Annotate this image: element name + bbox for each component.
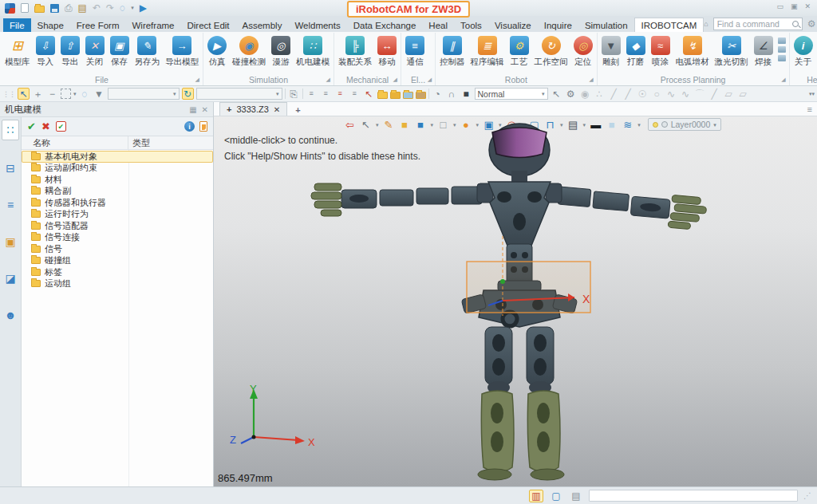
tab-visualize[interactable]: Visualize <box>488 18 538 32</box>
settings-gear-icon[interactable]: ⚙ <box>807 18 816 30</box>
window-layout-icon[interactable]: ▤ <box>569 490 583 502</box>
tab-file[interactable]: File <box>3 18 31 32</box>
weld-button[interactable]: 焊接 <box>752 35 776 69</box>
tree-item-sensors-actuators[interactable]: 传感器和执行器 <box>22 197 213 209</box>
marquee-select-icon[interactable] <box>61 89 71 99</box>
history-manager-icon[interactable]: ≡ <box>2 196 19 214</box>
selection-combo[interactable]: ▾ <box>196 88 282 100</box>
mechanical-dialog-launcher[interactable]: ◢ <box>393 77 397 83</box>
tree-item-signal-connections[interactable]: 信号连接 <box>22 232 213 244</box>
extra-tool-icon[interactable] <box>778 46 786 53</box>
export-model-button[interactable]: 导出模型 <box>163 35 201 69</box>
tab-list-icon[interactable]: ≡ <box>807 104 812 114</box>
extra-tool-icon[interactable] <box>778 37 786 44</box>
save-as-button[interactable]: 另存为 <box>132 35 163 69</box>
robot-dialog-launcher[interactable]: ◢ <box>589 77 593 83</box>
extra-tool-icon[interactable] <box>778 55 786 61</box>
model-library-button[interactable]: 模型库 <box>2 35 33 69</box>
document-tab[interactable]: + 3333.Z3 ✕ <box>219 102 287 116</box>
arc-additive-button[interactable]: 电弧增材 <box>673 35 712 69</box>
select-cursor-icon[interactable]: ↖ <box>551 88 562 100</box>
tab-data-exchange[interactable]: Data Exchange <box>347 18 423 32</box>
filter-icon[interactable]: ▼ <box>93 88 105 100</box>
tree-item-couplers[interactable]: 耦合副 <box>22 186 213 198</box>
communication-button[interactable]: 通信 <box>403 35 427 69</box>
export-button[interactable]: 导出 <box>58 35 82 69</box>
save-file-icon[interactable] <box>50 4 59 13</box>
window-close-button[interactable]: ✕ <box>804 2 811 10</box>
spray-button[interactable]: 喷涂 <box>649 35 673 69</box>
engrave-button[interactable]: 雕刻 <box>599 35 623 69</box>
tab-weldments[interactable]: Weldments <box>288 18 346 32</box>
history-clock-icon[interactable]: ◔ <box>432 88 444 100</box>
tree-item-tags[interactable]: 标签 <box>22 266 213 278</box>
display-monitor-icon[interactable]: ▢ <box>549 490 563 502</box>
collapse-ribbon-icon[interactable]: ⌂ <box>704 20 708 28</box>
remove-selection-icon[interactable]: − <box>46 88 58 100</box>
toolbar-drag-handle[interactable]: ⋮⋮ <box>2 90 15 98</box>
tree-item-motion-groups[interactable]: 运动组 <box>22 278 213 290</box>
view-manager-icon[interactable]: ▣ <box>2 233 19 250</box>
column-type[interactable]: 类型 <box>128 137 213 149</box>
tab-shape[interactable]: Shape <box>31 18 70 32</box>
regen-icon[interactable]: ↻ <box>182 88 194 100</box>
new-file-icon[interactable] <box>21 3 29 13</box>
mechatronics-tab-icon[interactable]: ∷ <box>2 120 19 140</box>
open-recent-icon[interactable] <box>390 92 401 99</box>
process-planning-dialog-launcher[interactable]: ◢ <box>781 77 785 83</box>
command-search-input[interactable]: Find a command <box>713 18 803 30</box>
close-file-button[interactable]: 关闭 <box>83 35 107 69</box>
undo-icon[interactable]: ↶ <box>93 3 101 13</box>
open-file-icon[interactable] <box>34 6 45 13</box>
print-preview-icon[interactable]: ▤ <box>78 3 87 13</box>
tree-item-signals[interactable]: 信号 <box>22 243 213 255</box>
grind-button[interactable]: 打磨 <box>624 35 648 69</box>
tree-item-collision-groups[interactable]: 碰撞组 <box>22 255 213 267</box>
tab-direct-edit[interactable]: Direct Edit <box>181 18 236 32</box>
clipboard-icon[interactable]: ⎘ <box>288 88 300 100</box>
material-swatch-icon[interactable]: ■ <box>460 88 472 100</box>
tab-tools[interactable]: Tools <box>454 18 488 32</box>
tab-inquire[interactable]: Inquire <box>538 18 578 32</box>
panel-dock-icon[interactable]: ▦ <box>189 105 196 114</box>
tree-item-joints-constraints[interactable]: 运动副和约束 <box>22 163 213 175</box>
filter-combo[interactable]: ▾ <box>108 88 180 100</box>
list-tool-3-icon[interactable]: ≡ <box>334 88 346 100</box>
tab-simulation[interactable]: Simulation <box>578 18 634 32</box>
selection-filter-icon[interactable]: ◌ <box>120 3 125 13</box>
apply-check-icon[interactable]: ✔ <box>27 120 36 132</box>
laser-cut-button[interactable]: 激光切割 <box>712 35 751 69</box>
program-edit-button[interactable]: 程序编辑 <box>468 35 507 69</box>
style-combo[interactable]: Normal▾ <box>475 88 548 100</box>
save-button[interactable]: 保存 <box>108 35 132 69</box>
pick-cursor-icon[interactable]: ↖ <box>18 88 30 100</box>
tree-item-runtime-behavior[interactable]: 运行时行为 <box>22 209 213 221</box>
new-document-tab-button[interactable]: + <box>291 105 304 116</box>
process-planning-extra-tools[interactable] <box>776 35 787 64</box>
workspace-button[interactable]: 工作空间 <box>532 35 570 69</box>
notes-folder-icon[interactable] <box>377 92 388 99</box>
collision-detect-button[interactable]: 碰撞检测 <box>230 35 268 69</box>
import-button[interactable]: 导入 <box>34 35 57 69</box>
walkthrough-button[interactable]: 漫游 <box>269 35 293 69</box>
simulate-button[interactable]: 仿真 <box>205 35 229 69</box>
toolbar-overflow-chevron[interactable]: ▾▾ <box>809 91 815 97</box>
tab-irobotcam[interactable]: IROBOTCAM <box>634 18 705 32</box>
tab-wireframe[interactable]: Wireframe <box>125 18 180 32</box>
list-tool-1-icon[interactable]: ≡ <box>306 88 318 100</box>
visual-manager-icon[interactable]: ◪ <box>2 270 19 287</box>
about-button[interactable]: 关于 <box>791 35 815 69</box>
move-button[interactable]: 移动 <box>375 35 399 69</box>
process-button[interactable]: 工艺 <box>507 35 531 69</box>
report-doc-icon[interactable] <box>199 121 207 132</box>
loop-icon[interactable]: ∩ <box>446 88 458 100</box>
add-selection-icon[interactable]: ＋ <box>32 88 44 100</box>
image-folder-icon[interactable] <box>403 92 413 99</box>
tree-item-basic-objects[interactable]: 基本机电对象 <box>22 151 213 163</box>
window-minimize-button[interactable]: ▭ <box>776 2 783 10</box>
resize-grip[interactable]: ⋰ <box>803 491 811 500</box>
tab-add-icon[interactable]: + <box>227 104 231 114</box>
list-tool-4-icon[interactable]: ≡ <box>349 88 361 100</box>
info-icon[interactable]: i <box>184 121 195 132</box>
simulation-dialog-launcher[interactable]: ◢ <box>326 77 330 83</box>
